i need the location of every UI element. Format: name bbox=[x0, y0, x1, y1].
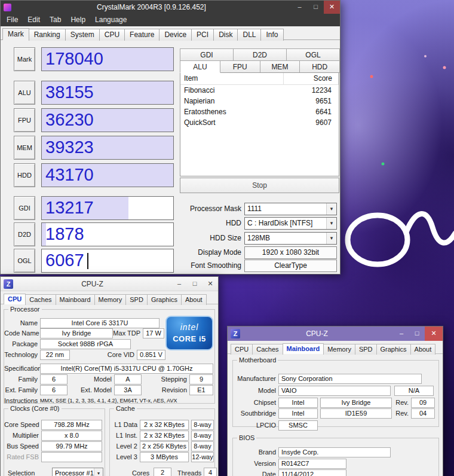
package-label: Package bbox=[4, 339, 38, 349]
minimize-button[interactable]: – bbox=[171, 277, 187, 291]
menu-help[interactable]: Help bbox=[66, 14, 90, 26]
close-button[interactable]: ✕ bbox=[425, 327, 443, 341]
menu-edit[interactable]: Edit bbox=[23, 14, 45, 26]
level3-label: Level 3 bbox=[110, 452, 137, 462]
tab-dll[interactable]: DLL bbox=[237, 29, 261, 41]
cpuz2-tab-cpu[interactable]: CPU bbox=[231, 344, 253, 355]
processor-group-label: Processor bbox=[8, 306, 42, 313]
cpuz-app-icon: Z bbox=[231, 329, 240, 338]
bench-tab-ogl[interactable]: OGL bbox=[286, 48, 340, 61]
technology-label: Technology bbox=[4, 350, 38, 360]
bench-tab-hdd[interactable]: HDD bbox=[299, 60, 340, 73]
family-field: 6 bbox=[40, 374, 68, 385]
maximize-button[interactable]: □ bbox=[409, 327, 425, 341]
tab-feature[interactable]: Feature bbox=[124, 29, 159, 41]
minimize-button[interactable]: – bbox=[292, 1, 308, 14]
cpuz1-window-title: CPU-Z bbox=[13, 280, 171, 288]
crystalmark-menubar: File Edit Tab Help Language bbox=[1, 14, 340, 26]
gauge-button-mark[interactable]: Mark bbox=[14, 47, 35, 71]
processor-mask-label: Processor Mask bbox=[171, 203, 241, 215]
result-row[interactable]: Eratosthenes 6641 bbox=[180, 106, 339, 117]
intel-logo-text: intel bbox=[167, 322, 212, 332]
specification-field: Intel(R) Core(TM) i5-3317U CPU @ 1.70GHz bbox=[40, 364, 213, 374]
bench-tab-fpu[interactable]: FPU bbox=[220, 60, 260, 73]
tab-device[interactable]: Device bbox=[159, 29, 192, 41]
cores-label: Cores bbox=[132, 468, 152, 476]
core-vid-field: 0.851 V bbox=[137, 350, 165, 360]
gauge-button-alu[interactable]: ALU bbox=[14, 81, 35, 105]
intel-core-i5-logo: intel CORE i5 bbox=[165, 316, 213, 350]
processor-selection-combo[interactable]: Processor #1 ▾ bbox=[52, 468, 103, 476]
processor-mask-combo[interactable]: 1111 ▾ bbox=[244, 203, 337, 215]
southbridge-label: Southbridge bbox=[233, 408, 276, 419]
tab-ranking[interactable]: Ranking bbox=[29, 29, 66, 41]
l1-data-label: L1 Data bbox=[110, 420, 137, 430]
gauge-button-fpu[interactable]: FPU bbox=[14, 108, 35, 132]
bench-tab-gdi[interactable]: GDI bbox=[180, 48, 234, 61]
results-header-item[interactable]: Item bbox=[180, 73, 284, 84]
specification-label: Specification bbox=[4, 364, 38, 374]
menu-file[interactable]: File bbox=[2, 14, 23, 26]
cpuz2-titlebar[interactable]: Z CPU-Z – □ ✕ bbox=[228, 327, 443, 341]
cpuz1-tab-memory[interactable]: Memory bbox=[94, 294, 127, 305]
bench-tab-d2d[interactable]: D2D bbox=[233, 48, 287, 61]
gauge-button-gdi[interactable]: GDI bbox=[14, 196, 35, 220]
cpuz1-tab-about[interactable]: About bbox=[181, 294, 207, 305]
gauge-button-hdd[interactable]: HDD bbox=[14, 163, 35, 187]
gauge-alu: 38155 bbox=[41, 81, 174, 105]
results-header-score[interactable]: Score bbox=[284, 73, 339, 84]
cpuz1-tab-cpu[interactable]: CPU bbox=[4, 294, 26, 304]
southbridge-vendor-field: Intel bbox=[278, 408, 318, 419]
cpuz2-tab-about[interactable]: About bbox=[410, 344, 436, 355]
cpuz-window-cpu: Z CPU-Z – □ ✕ CPU Caches Mainboard Memor… bbox=[0, 276, 219, 476]
hdd-size-combo[interactable]: 128MB ▾ bbox=[244, 232, 337, 245]
cpuz2-tab-spd[interactable]: SPD bbox=[355, 344, 377, 355]
cores-field: 2 bbox=[154, 468, 171, 476]
cpuz2-tab-memory[interactable]: Memory bbox=[323, 344, 355, 355]
tab-cpu[interactable]: CPU bbox=[99, 29, 125, 41]
southbridge-field: ID1E59 bbox=[320, 408, 392, 419]
tab-info[interactable]: Info bbox=[260, 29, 283, 41]
revision-label: Revision bbox=[150, 385, 187, 395]
l1-inst-label: L1 Inst. bbox=[110, 431, 137, 441]
close-button[interactable]: ✕ bbox=[324, 1, 340, 14]
cpuz1-tab-mainboard[interactable]: Mainboard bbox=[56, 294, 95, 305]
bench-tab-mem[interactable]: MEM bbox=[260, 60, 300, 73]
result-row[interactable]: Fibonacci 12234 bbox=[180, 85, 339, 96]
cpuz2-tab-mainboard[interactable]: Mainboard bbox=[283, 343, 324, 354]
cpuz1-titlebar[interactable]: Z CPU-Z – □ ✕ bbox=[1, 277, 218, 291]
tab-pci[interactable]: PCI bbox=[191, 29, 214, 41]
gauge-button-ogl[interactable]: OGL bbox=[14, 249, 35, 273]
maximize-button[interactable]: □ bbox=[308, 1, 324, 14]
gauge-gdi: 13217 bbox=[41, 196, 174, 220]
cpuz1-tab-graphics[interactable]: Graphics bbox=[147, 294, 182, 305]
hdd-combo[interactable]: C : HardDisk [NTFS] ▾ bbox=[244, 217, 337, 230]
crystalmark-titlebar[interactable]: CrystalMark 2004R3 [0.9.126.452] – □ ✕ bbox=[1, 1, 340, 14]
menu-language[interactable]: Language bbox=[90, 14, 131, 26]
cpuz2-tab-graphics[interactable]: Graphics bbox=[376, 344, 411, 355]
maximize-button[interactable]: □ bbox=[187, 277, 203, 291]
lpcio-label: LPCIO bbox=[233, 420, 276, 431]
close-button[interactable]: ✕ bbox=[203, 277, 218, 291]
result-row[interactable]: QuickSort 9607 bbox=[180, 117, 339, 128]
bench-tab-alu[interactable]: ALU bbox=[180, 60, 220, 73]
minimize-button[interactable]: – bbox=[394, 327, 409, 341]
result-row[interactable]: Napierian 9651 bbox=[180, 96, 339, 106]
tab-mark[interactable]: Mark bbox=[2, 28, 29, 40]
code-name-label: Code Name bbox=[4, 328, 38, 338]
gauge-value: 38155 bbox=[45, 81, 94, 103]
hdd-size-label: HDD Size bbox=[171, 232, 241, 245]
cpu-name-field: Intel Core i5 3317U bbox=[40, 318, 159, 328]
cpuz2-tab-caches[interactable]: Caches bbox=[252, 344, 283, 355]
chipset-vendor-field: Intel bbox=[278, 398, 318, 408]
gauge-button-mem[interactable]: MEM bbox=[14, 136, 35, 160]
tab-disk[interactable]: Disk bbox=[213, 29, 238, 41]
menu-tab[interactable]: Tab bbox=[45, 14, 66, 26]
cpuz1-tab-caches[interactable]: Caches bbox=[25, 294, 56, 305]
cpuz1-tab-spd[interactable]: SPD bbox=[125, 294, 148, 305]
combo-value: 128MB bbox=[245, 233, 326, 244]
tab-system[interactable]: System bbox=[65, 29, 100, 41]
gauge-button-d2d[interactable]: D2D bbox=[14, 222, 35, 246]
gauge-value: 1878 bbox=[45, 223, 84, 245]
stop-button[interactable]: Stop bbox=[180, 178, 339, 193]
